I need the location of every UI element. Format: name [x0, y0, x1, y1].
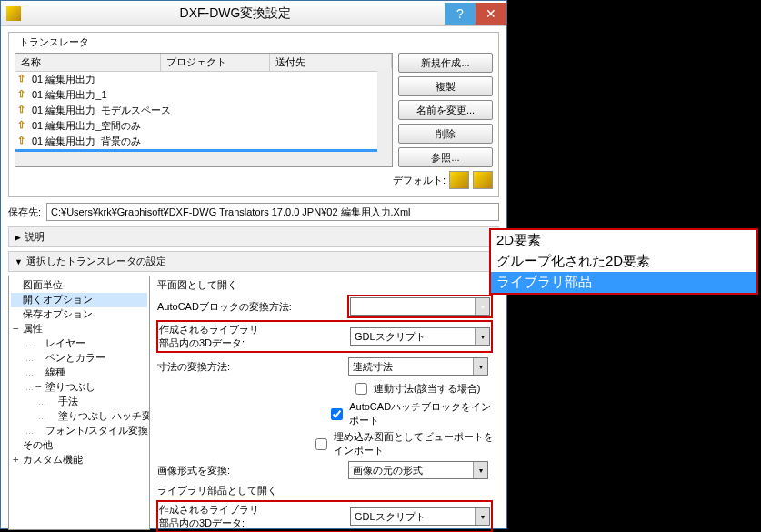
- hatch-import-label: AutoCADハッチブロックをインポート: [349, 400, 499, 427]
- new-button[interactable]: 新規作成...: [398, 53, 493, 73]
- scrollbar-horizontal[interactable]: [15, 152, 377, 166]
- list-header: 名称 プロジェクト 送付先: [15, 54, 392, 72]
- tree-node-label: 保存オプション: [23, 308, 93, 319]
- section-description[interactable]: ▶ 説明: [8, 226, 499, 247]
- export-icon: ⇧: [17, 135, 30, 146]
- tree-node[interactable]: 線種: [11, 366, 147, 380]
- hatch-import-checkbox[interactable]: [331, 408, 343, 420]
- list-row[interactable]: ⇧01 編集用出力_空間のみ: [15, 118, 392, 134]
- default-out-icon[interactable]: [473, 171, 493, 189]
- default-label: デフォルト:: [393, 174, 446, 187]
- rename-button[interactable]: 名前を変更...: [398, 100, 493, 120]
- tree-node-label: 図面単位: [23, 279, 63, 290]
- export-icon: ⇧: [17, 88, 30, 99]
- tree-node[interactable]: その他: [11, 438, 147, 453]
- category-lib: ライブラリ部品として開く: [157, 484, 499, 497]
- translator-list[interactable]: 名称 プロジェクト 送付先 ⇧01 編集用出力⇧01 編集用出力_1⇧01 編集…: [15, 53, 393, 167]
- export-icon: ⇧: [17, 73, 30, 84]
- list-row-label: 03 現状出力: [32, 166, 85, 167]
- tree-node[interactable]: 開くオプション: [11, 293, 147, 307]
- tree-node-label: レイヤー: [45, 337, 85, 348]
- default-in-icon[interactable]: [449, 171, 469, 189]
- block-method-label: AutoCADブロックの変換方法:: [157, 300, 348, 314]
- tree-node[interactable]: フォント/スタイル変換: [11, 424, 147, 438]
- tree-node-label: その他: [23, 439, 53, 450]
- tree-node-label: 線種: [45, 366, 65, 377]
- tree-node[interactable]: −属性: [11, 322, 147, 336]
- embed-viewport-checkbox[interactable]: [315, 438, 327, 450]
- dim-method-select[interactable]: 連続寸法 ▾: [348, 357, 488, 376]
- section-selected-settings[interactable]: ▼ 選択したトランスレータの設定: [8, 251, 499, 272]
- list-row[interactable]: ⇧01 編集用出力_背景のみ: [15, 134, 392, 149]
- section-desc-label: 説明: [25, 230, 45, 244]
- tree-node-label: フォント/スタイル変換: [45, 425, 148, 436]
- lib3d1-select[interactable]: GDLスクリプト ▾: [350, 327, 490, 346]
- chevron-down-icon: ▼: [15, 257, 23, 266]
- list-row[interactable]: ⇧01 編集用出力: [15, 72, 392, 87]
- help-button[interactable]: ?: [445, 3, 476, 25]
- save-path-input[interactable]: [46, 203, 499, 221]
- assoc-dim-checkbox[interactable]: [355, 383, 367, 395]
- close-button[interactable]: ✕: [476, 3, 506, 25]
- duplicate-button[interactable]: 複製: [398, 76, 493, 96]
- scrollbar-vertical[interactable]: [377, 68, 392, 166]
- dialog-window: DXF-DWG変換設定 ? ✕ トランスレータ 名称 プロジェクト 送付先 ⇧0…: [0, 0, 507, 529]
- collapse-icon[interactable]: −: [13, 323, 23, 335]
- translator-legend: トランスレータ: [16, 35, 92, 49]
- list-row-label: 01 編集用出力_空間のみ: [32, 120, 141, 131]
- chevron-right-icon: ▶: [15, 233, 21, 242]
- tree-node[interactable]: 手法: [11, 395, 147, 409]
- collapse-icon[interactable]: −: [35, 381, 45, 393]
- dim-method-value: 連続寸法: [353, 360, 393, 374]
- col-dest[interactable]: 送付先: [270, 54, 392, 71]
- titlebar: DXF-DWG変換設定 ? ✕: [1, 1, 506, 26]
- delete-button[interactable]: 削除: [398, 124, 493, 144]
- tree-node-label: 塗りつぶし-ハッチ変換: [58, 410, 150, 421]
- tree-node[interactable]: 塗りつぶし-ハッチ変換: [11, 409, 147, 424]
- list-row[interactable]: ⇧01 編集用出力_モデルスペース: [15, 103, 392, 118]
- chevron-down-icon: ▾: [475, 328, 489, 345]
- list-row[interactable]: ⇧01 編集用出力_1: [15, 87, 392, 103]
- browse-button[interactable]: 参照...: [398, 147, 493, 167]
- tree-node-label: 塗りつぶし: [45, 381, 95, 392]
- tree-node-label: ペンとカラー: [45, 352, 105, 363]
- settings-tree[interactable]: 図面単位開くオプション保存オプション−属性レイヤーペンとカラー線種−塗りつぶし手…: [8, 276, 150, 530]
- app-icon: [6, 6, 21, 21]
- embed-viewport-label: 埋め込み図面としてビューポートをインポート: [334, 430, 499, 457]
- translator-group: トランスレータ 名称 プロジェクト 送付先 ⇧01 編集用出力⇧01 編集用出力…: [8, 32, 499, 197]
- tree-node[interactable]: レイヤー: [11, 336, 147, 351]
- list-row-label: 01 編集用出力_1: [32, 89, 107, 100]
- tree-node-label: 開くオプション: [23, 294, 93, 305]
- lib3d2-label1: 作成されるライブラリ: [159, 503, 350, 517]
- tree-node[interactable]: ペンとカラー: [11, 351, 147, 366]
- col-name[interactable]: 名称: [15, 54, 161, 71]
- block-method-select[interactable]: ライブラリ部品 ▾: [350, 297, 490, 316]
- chevron-down-icon: ▾: [475, 508, 489, 525]
- export-icon: ⇧: [17, 119, 30, 130]
- tree-node[interactable]: +カスタム機能: [11, 453, 147, 467]
- dropdown-option-selected[interactable]: ライブラリ部品: [491, 272, 756, 293]
- dropdown-option[interactable]: グループ化された2D要素: [491, 251, 756, 272]
- section-sel-label: 選択したトランスレータの設定: [26, 255, 166, 268]
- list-row-label: 01 編集用出力_背景のみ: [32, 136, 141, 146]
- list-row-label: 01 編集用出力_モデルスペース: [32, 105, 171, 115]
- block-method-dropdown: 2D要素 グループ化された2D要素 ライブラリ部品: [489, 228, 758, 295]
- list-row-label: 01 編集用出力: [32, 74, 95, 85]
- tree-node-label: 手法: [58, 396, 78, 407]
- settings-form: 平面図として開く AutoCADブロックの変換方法: ライブラリ部品 ▾ 作成さ…: [157, 276, 499, 532]
- expand-icon[interactable]: +: [13, 454, 23, 466]
- lib3d1-label1: 作成されるライブラリ: [159, 323, 350, 336]
- chevron-down-icon: ▾: [473, 358, 487, 375]
- tree-node[interactable]: 図面単位: [11, 278, 147, 293]
- save-label: 保存先:: [8, 206, 41, 219]
- img-conv-select[interactable]: 画像の元の形式 ▾: [348, 461, 488, 479]
- dropdown-option[interactable]: 2D要素: [491, 230, 756, 251]
- category-plan: 平面図として開く: [157, 278, 499, 292]
- lib3d2-select[interactable]: GDLスクリプト ▾: [350, 507, 490, 526]
- lib3d2-value: GDLスクリプト: [355, 510, 426, 524]
- img-conv-label: 画像形式を変換:: [157, 464, 348, 477]
- tree-node[interactable]: −塗りつぶし: [11, 380, 147, 395]
- col-project[interactable]: プロジェクト: [161, 54, 270, 71]
- tree-node[interactable]: 保存オプション: [11, 307, 147, 322]
- img-conv-value: 画像の元の形式: [353, 464, 423, 477]
